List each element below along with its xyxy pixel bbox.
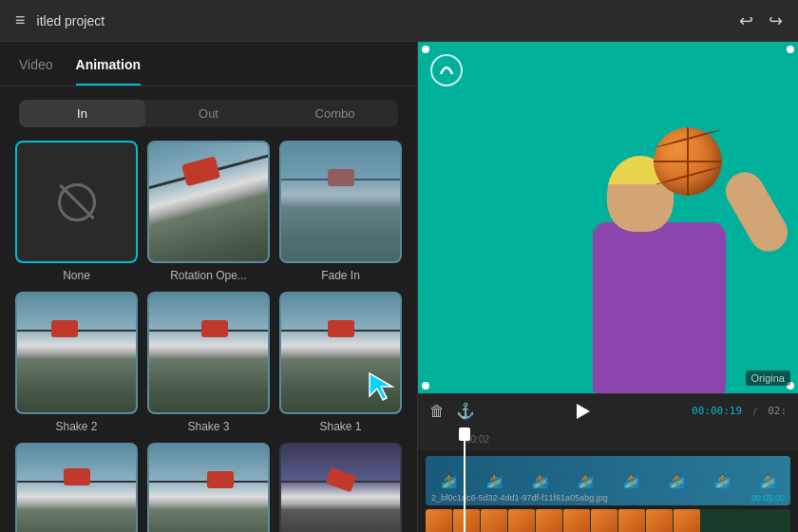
corner-handle-bl[interactable] [422,382,429,390]
effect-rock-horizontally[interactable]: Rock Horizont... [147,443,270,532]
panel-tabs: Video Animation [0,42,417,86]
track-area: 🏄 🏄 🏄 🏄 🏄 🏄 🏄 🏄 2_bf0c1dc6-5d32-4dd1 [418,450,798,532]
logo-overlay [429,53,464,91]
time-total: 02: [768,405,787,417]
effect-thumb-shake3 [147,292,270,414]
effect-label-none: None [63,269,90,282]
anim-tab-in[interactable]: In [19,100,145,127]
thumbnail-strip [426,509,790,532]
original-badge: Origina [746,370,790,386]
main-content: Video Animation In Out Combo None [0,42,798,532]
timeline-ruler: 00:02 [418,428,798,450]
video-track[interactable]: 🏄 🏄 🏄 🏄 🏄 🏄 🏄 🏄 2_bf0c1dc6-5d32-4dd1 [426,456,790,505]
top-bar-right: ↩ ↪ [739,10,783,31]
effect-none[interactable]: None [15,141,138,282]
svg-point-1 [431,55,462,86]
effect-label-shake3: Shake 3 [187,420,229,433]
redo-icon[interactable]: ↪ [769,10,783,31]
playhead[interactable] [464,428,466,532]
timeline: 00:02 🏄 🏄 [418,428,798,532]
video-preview: Origina [418,42,798,393]
effect-label-fade: Fade In [321,269,360,282]
play-button[interactable] [572,400,595,423]
tab-animation[interactable]: Animation [76,57,141,86]
delete-icon[interactable]: 🗑 [429,403,445,420]
undo-icon[interactable]: ↩ [739,10,753,31]
effect-thumb-none [15,141,138,263]
effect-thumb-fade [279,141,402,263]
playhead-handle [459,428,470,441]
effects-grid: None Rotation Ope... [0,141,417,532]
effect-thumb-rotation [147,141,270,263]
corner-handle-tr[interactable] [787,46,794,53]
left-panel: Video Animation In Out Combo None [0,42,418,532]
effect-thumb-spin [279,443,402,532]
effect-shake-3[interactable]: Shake 3 [147,292,270,433]
anim-tab-combo[interactable]: Combo [272,100,398,127]
effect-thumb-shake2 [15,292,138,414]
top-bar-left: ≡ itled project [15,10,104,30]
time-separator: / [753,406,756,417]
effect-shake-1[interactable]: Shake 1 [279,292,402,433]
svg-marker-0 [370,373,392,400]
basketball [654,127,722,196]
track-duration: 00:05:00 [751,493,785,503]
animation-tabs: In Out Combo [19,100,398,127]
effect-thumb-shake1 [279,292,402,414]
effect-shake-2[interactable]: Shake 2 [15,292,138,433]
track-thumbnails: 🏄 🏄 🏄 🏄 🏄 🏄 🏄 🏄 2_bf0c1dc6-5d32-4dd1 [426,456,790,505]
effect-rock-vertically[interactable]: Rock Vertically [15,443,138,532]
timeline-controls: 🗑 ⚓ 00:00:19 / 02: [418,393,798,428]
play-triangle [577,404,590,419]
menu-icon[interactable]: ≡ [15,10,26,30]
right-panel: Origina 🗑 ⚓ 00:00:19 / 02: 00:02 [418,42,798,532]
anim-tab-out[interactable]: Out [145,100,272,127]
track-label: 2_bf0c1dc6-5d32-4dd1-97df-f11f61a05abg.j… [431,493,608,503]
effect-label-rotation: Rotation Ope... [170,269,247,282]
none-icon [58,183,96,221]
tab-video[interactable]: Video [19,57,53,86]
time-current: 00:00:19 [692,405,742,417]
effect-fade-in[interactable]: Fade In [279,141,402,282]
effect-thumb-rock-v [15,443,138,532]
cursor-overlay [362,366,400,408]
top-bar: ≡ itled project ↩ ↪ [0,0,798,42]
effect-spin-left[interactable]: Spin Left [279,443,402,532]
effect-label-shake1: Shake 1 [319,420,361,433]
project-title: itled project [37,13,105,28]
effect-rotation-open[interactable]: Rotation Ope... [147,141,270,282]
corner-handle-tl[interactable] [422,46,429,53]
effect-thumb-rock-h [147,443,270,532]
split-icon[interactable]: ⚓ [456,402,475,420]
effect-label-shake2: Shake 2 [55,420,97,433]
preview-image: Origina [418,42,798,393]
